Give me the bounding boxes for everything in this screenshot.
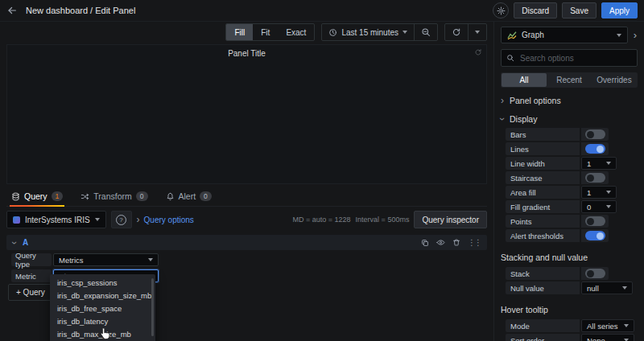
top-navbar: New dashboard / Edit Panel Discard Save … [0,0,644,22]
zoom-out-button[interactable] [415,24,437,40]
discard-button[interactable]: Discard [514,2,557,18]
option-label: Line width [506,157,580,170]
section-label: Display [510,114,537,124]
options-tab-overrides[interactable]: Overrides [592,73,637,87]
query-ref-id: A [23,238,28,247]
option-row-lines: Lines [506,142,638,155]
toggle-box [581,171,609,184]
chevron-down-icon [606,191,611,194]
trash-icon[interactable] [452,238,460,247]
staircase-toggle[interactable] [585,173,605,183]
metric-option[interactable]: iris_db_free_space [50,302,155,314]
options-tab-group: All Recent Overrides [501,72,638,88]
tab-query[interactable]: Query 1 [10,188,64,206]
dropdown-scrollbar[interactable] [151,278,154,336]
options-tab-recent[interactable]: Recent [547,73,592,87]
query-row-header[interactable]: › A ⋮⋮ [6,235,487,250]
grafana-edit-panel: New dashboard / Edit Panel Discard Save … [0,0,644,341]
add-query-button[interactable]: + Query [8,284,53,301]
query-options-toggle[interactable]: › Query options [137,215,194,224]
refresh-button[interactable] [445,24,468,40]
query-type-select[interactable]: Metrics [53,253,159,266]
collapse-pane-button[interactable]: › [633,30,638,40]
chevron-down-icon [606,205,611,208]
fill-gradient-select[interactable]: 0 [581,200,617,213]
interval-text: Interval = 500ms [356,216,410,224]
alert-thresholds-toggle[interactable] [585,231,605,240]
option-row-points: Points [506,215,638,228]
option-label: Staircase [506,171,580,184]
select-value: null [587,284,599,293]
editor-tabs: Query 1 Transform 0 Alert 0 [6,188,487,207]
tab-count-badge: 0 [136,191,148,201]
option-label: Stack [506,267,580,280]
metric-option[interactable]: iris_db_latency [50,314,155,327]
panel-preview[interactable]: Panel Title [6,44,487,184]
tab-count-badge: 0 [200,191,212,201]
viz-picker-row: Graph › [501,27,638,43]
workspace: Fill Fit Exact Last 15 minutes [0,22,644,341]
display-mode-fit[interactable]: Fit [253,24,278,40]
drag-handle-icon[interactable]: ⋮⋮ [468,239,481,247]
viz-picker-select[interactable]: Graph [501,27,628,43]
back-button[interactable] [6,5,18,16]
chevron-down-icon [148,258,153,261]
tooltip-mode-select[interactable]: All series [581,319,634,332]
metric-option[interactable]: iris_db_expansion_size_mb [50,289,155,302]
stack-toggle[interactable] [585,269,605,278]
tab-label: Query [24,191,47,201]
chevron-right-icon: › [501,96,504,105]
viz-name: Graph [522,31,544,39]
option-row-bars: Bars [506,128,638,141]
topbar-actions: Discard Save Apply [493,2,638,18]
dashboard-settings-button[interactable] [493,2,509,18]
chevron-down-icon: › [497,117,507,121]
sort-order-select[interactable]: None [581,334,634,341]
display-mode-exact[interactable]: Exact [278,24,314,40]
copy-icon[interactable] [421,239,429,247]
area-fill-select[interactable]: 1 [581,186,617,199]
null-value-select[interactable]: null [581,281,633,294]
display-mode-fill[interactable]: Fill [226,24,253,40]
tab-alert[interactable]: Alert 0 [164,188,213,206]
display-mode-group: Fill Fit Exact [225,23,315,41]
refresh-icon [452,27,461,37]
option-label: Null value [506,281,580,294]
option-row-staircase: Staircase [506,171,638,184]
tab-transform[interactable]: Transform 0 [79,188,149,206]
datasource-name: InterSystems IRIS [25,216,90,224]
chevron-down-icon [622,286,627,290]
toggle-box [581,215,609,228]
search-input[interactable] [518,53,632,64]
datasource-help-button[interactable]: ? [111,211,132,228]
eye-icon[interactable] [436,238,445,247]
panel-options-section[interactable]: › Panel options [501,91,638,109]
query-inspector-button[interactable]: Query inspector [414,211,487,228]
bars-toggle[interactable] [585,129,605,139]
toggle-box [581,229,609,242]
time-range-button[interactable]: Last 15 minutes [322,24,414,40]
panel-refresh-icon [474,48,482,56]
save-button[interactable]: Save [562,2,597,18]
option-row-area-fill: Area fill 1 [506,186,638,199]
panel-title: Panel Title [7,45,486,58]
query-type-label: Query type [11,253,52,266]
line-width-select[interactable]: 1 [581,157,617,170]
option-row-sort-order: Sort order None [506,334,638,341]
apply-button[interactable]: Apply [601,2,638,18]
points-toggle[interactable] [585,216,605,226]
chevron-down-icon: › [10,241,19,244]
options-tab-all[interactable]: All [502,73,547,87]
metric-option[interactable]: iris_csp_sessions [50,276,155,289]
lines-toggle[interactable] [585,144,605,154]
option-label: Points [506,215,580,228]
chevron-right-icon: › [137,215,140,224]
datasource-picker[interactable]: InterSystems IRIS [6,211,106,228]
refresh-interval-button[interactable] [469,24,486,40]
query-type-row: Query type Metrics [11,253,493,266]
datasource-logo-icon [13,216,20,224]
max-data-points-text: MD = auto = 1228 [293,216,351,224]
select-value: 1 [587,188,591,197]
magnifier-minus-icon [421,27,431,37]
display-section[interactable]: › Display [501,109,638,128]
